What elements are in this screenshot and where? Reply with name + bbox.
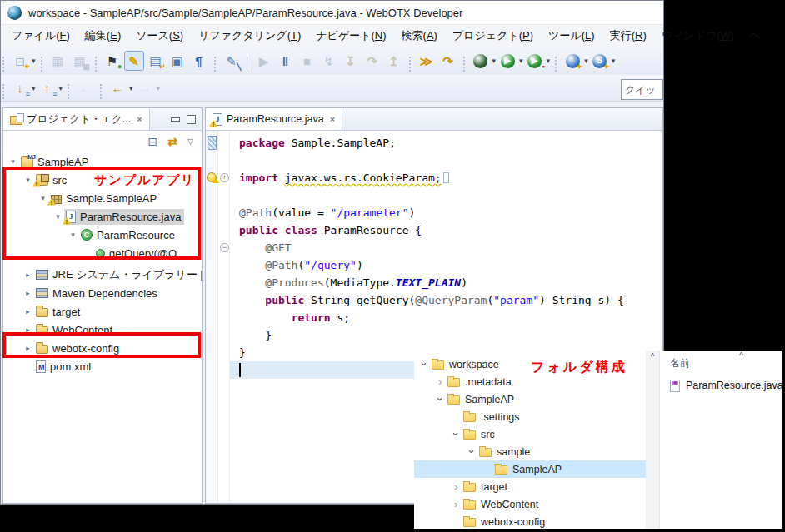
- back-button[interactable]: ←: [108, 78, 128, 98]
- folder-item-settings[interactable]: .settings: [414, 408, 646, 425]
- name-column-header[interactable]: 名前: [660, 351, 782, 370]
- chevron-right-icon[interactable]: ›: [433, 376, 448, 387]
- scroll-up-icon[interactable]: ^: [646, 352, 659, 361]
- save-all-button[interactable]: ▦▦: [70, 51, 90, 71]
- menu-item-w[interactable]: ウィンドウ(W): [654, 26, 742, 46]
- run-button[interactable]: ▶: [498, 51, 518, 71]
- code-lines: package Sample.SampleAP;+import javax.ws…: [206, 134, 662, 379]
- collapse-all-icon[interactable]: ⊟: [148, 135, 158, 148]
- chevron-down-icon[interactable]: ▾: [7, 157, 19, 166]
- maximize-icon[interactable]: [186, 115, 195, 123]
- folder-icon: [448, 378, 460, 387]
- tree-item-maven-dependencies[interactable]: ▸Maven Dependencies: [3, 284, 202, 302]
- new-button-dropdown-icon[interactable]: ▾: [32, 57, 36, 65]
- menu-item-t[interactable]: リファクタリング(T): [191, 26, 308, 46]
- terminate-button[interactable]: ■: [298, 51, 318, 71]
- tree-item-pom-xml[interactable]: pom.xml: [3, 357, 202, 375]
- run-to-line-button[interactable]: ≫: [417, 51, 437, 71]
- tab-paramresource-java[interactable]: ! ParamResource.java ×: [206, 108, 342, 130]
- warning-badge-icon: !: [209, 120, 218, 127]
- back-button-dropdown-icon[interactable]: ▾: [129, 84, 133, 92]
- task-marker-button[interactable]: ⚑●: [102, 51, 122, 71]
- chevron-right-icon[interactable]: ▸: [22, 289, 34, 297]
- folder-item-target[interactable]: ›target: [414, 478, 646, 495]
- suspend-button[interactable]: ‖: [276, 51, 296, 71]
- tree-item-jre-jav[interactable]: ▸JRE システム・ライブラリー [Jav: [3, 266, 202, 284]
- coverage-button[interactable]: ▶▪: [525, 51, 545, 71]
- text-caret: [239, 363, 241, 377]
- tree-scrollbar[interactable]: ^: [646, 351, 659, 529]
- new-button[interactable]: □✦: [10, 51, 30, 71]
- forward-button-dropdown-icon[interactable]: ▾: [157, 84, 161, 92]
- save-button[interactable]: ▦: [48, 51, 68, 71]
- menu-item-item[interactable]: ヘ: [742, 26, 768, 46]
- debug-button-dropdown-icon[interactable]: ▾: [492, 57, 497, 65]
- collapse-chevron-icon[interactable]: ^: [739, 351, 743, 360]
- step-over-button[interactable]: ↷: [362, 51, 382, 71]
- menu-item-f[interactable]: ファイル(F): [4, 26, 78, 46]
- folder-item-sample[interactable]: ›sample: [414, 443, 646, 460]
- run-button-dropdown-icon[interactable]: ▾: [519, 57, 523, 65]
- new-web-service-button-dropdown-icon[interactable]: ▾: [584, 57, 588, 65]
- close-icon[interactable]: ×: [135, 114, 142, 124]
- show-whitespace-toggle[interactable]: ¶: [189, 51, 209, 71]
- s-new-badge-icon: ✦: [603, 63, 610, 71]
- new-web-service-button[interactable]: ✦: [562, 51, 582, 71]
- folder-item-src[interactable]: ›src: [414, 425, 646, 443]
- folder-item-sampleap[interactable]: ›SampleAP: [414, 390, 646, 408]
- new-webotx-wizard-button[interactable]: S✦: [590, 51, 610, 71]
- menu-item-e[interactable]: 編集(E): [78, 26, 128, 46]
- menu-item-n[interactable]: ナビゲート(N): [308, 26, 393, 46]
- folder-tree: ›workspace›.metadata›SampleAP.settings›s…: [414, 355, 646, 530]
- coverage-button-dropdown-icon[interactable]: ▾: [547, 57, 551, 65]
- menu-item-a[interactable]: 検索(A): [394, 26, 445, 46]
- step-return-button[interactable]: ↥: [384, 51, 404, 71]
- next-annotation-button[interactable]: ↓≡: [10, 78, 30, 98]
- previous-annotation-button[interactable]: ↑≡: [38, 78, 58, 98]
- menu-item-s[interactable]: ソース(S): [128, 26, 191, 46]
- chevron-down-icon[interactable]: ›: [418, 359, 432, 370]
- drop-to-frame-button[interactable]: ↷: [438, 51, 458, 71]
- tree-item-target[interactable]: ▸target: [3, 302, 202, 321]
- mark-occurrences-toggle[interactable]: ✎: [124, 51, 144, 71]
- block-selection-toggle[interactable]: ✎╲: [222, 51, 242, 71]
- debug-button[interactable]: [471, 51, 491, 71]
- menu-item-p[interactable]: プロジェクト(P): [445, 26, 541, 46]
- minimize-icon[interactable]: [170, 115, 179, 123]
- chevron-down-icon[interactable]: ›: [449, 429, 463, 440]
- chevron-right-icon[interactable]: ▸: [22, 307, 34, 316]
- folder-item-sampleap[interactable]: SampleAP: [414, 460, 646, 478]
- chevron-right-icon[interactable]: ›: [449, 499, 463, 510]
- view-menu-icon[interactable]: ▽: [188, 137, 193, 146]
- previous-annotation-button-dropdown-icon[interactable]: ▾: [59, 84, 63, 92]
- link-with-editor-icon[interactable]: ⇄: [168, 135, 178, 148]
- fold-collapse-icon[interactable]: −: [220, 243, 229, 252]
- show-source-button[interactable]: ▣: [168, 51, 188, 71]
- editor-tab-label: ParamResource.java: [227, 113, 324, 125]
- show-selected-element-button[interactable]: ▤↵: [146, 51, 166, 71]
- quick-access-input[interactable]: クイッ: [621, 79, 663, 100]
- folder-item-webotx-config[interactable]: webotx-config: [414, 513, 646, 530]
- next-annotation-button-dropdown-icon[interactable]: ▾: [32, 84, 36, 92]
- resume-button[interactable]: ▶: [254, 51, 274, 71]
- last-edit-location-button[interactable]: ←: [75, 78, 95, 98]
- chevron-down-icon[interactable]: ›: [433, 394, 448, 405]
- quickfix-lightbulb-icon[interactable]: [207, 172, 217, 182]
- pilcrow-icon: ¶: [195, 55, 202, 67]
- menu-item-l[interactable]: ツール(L): [541, 26, 602, 46]
- chevron-right-icon[interactable]: ›: [449, 481, 463, 492]
- file-item-paramresource-java[interactable]: ParamResource.java: [670, 377, 782, 394]
- close-icon[interactable]: ×: [328, 114, 335, 124]
- new-webotx-wizard-button-dropdown-icon[interactable]: ▾: [612, 57, 616, 65]
- menu-item-r[interactable]: 実行(R): [602, 26, 654, 46]
- fold-expand-icon[interactable]: +: [220, 173, 229, 182]
- disconnect-button[interactable]: ↯: [319, 51, 339, 71]
- code-line: @Path("/query"): [206, 256, 662, 274]
- forward-button[interactable]: →: [135, 78, 155, 98]
- step-into-button[interactable]: ↧: [341, 51, 361, 71]
- chevron-right-icon[interactable]: ▸: [22, 271, 34, 279]
- tab-project-explorer[interactable]: プロジェクト・エク... ×: [3, 108, 150, 130]
- range-indicator: [208, 136, 217, 150]
- folder-item-webcontent[interactable]: ›WebContent: [414, 495, 646, 513]
- chevron-down-icon[interactable]: ›: [465, 446, 479, 457]
